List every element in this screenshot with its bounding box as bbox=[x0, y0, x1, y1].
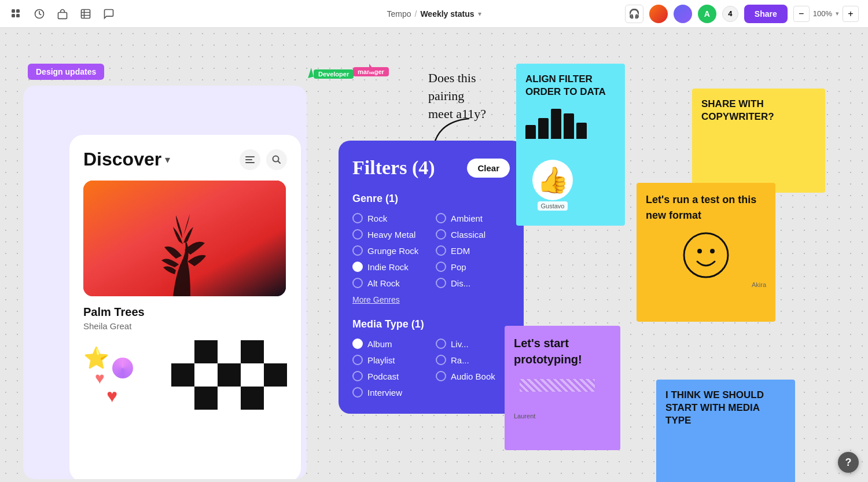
sticky-prototyping: Let's start prototyping! Laurent bbox=[505, 326, 620, 450]
sticky-share-text: SHARE WITH COPYWRITER? bbox=[701, 98, 816, 123]
cursor-arrow-manager bbox=[369, 64, 375, 72]
filter-radio-dis[interactable] bbox=[436, 278, 446, 288]
chevron-down-icon[interactable]: ▾ bbox=[478, 10, 481, 18]
cursor-manager: manager bbox=[353, 67, 389, 76]
filter-radio-classical[interactable] bbox=[436, 229, 446, 240]
svg-rect-6 bbox=[82, 9, 90, 18]
zoom-dropdown-icon[interactable]: ▾ bbox=[836, 10, 839, 17]
filter-radio-audiobook[interactable] bbox=[436, 371, 446, 381]
zoom-level-display[interactable]: 100% bbox=[813, 9, 832, 18]
bar-4 bbox=[564, 113, 574, 139]
headphones-icon[interactable]: 🎧 bbox=[625, 5, 643, 23]
filter-grunge-rock[interactable]: Grunge Rock bbox=[352, 245, 426, 256]
media-type-grid: Album Liv... Playlist Ra... Podcast Audi… bbox=[352, 338, 510, 398]
filter-radio-interview[interactable] bbox=[352, 387, 363, 398]
cursor-tag-manager: manager bbox=[353, 67, 389, 76]
filter-radio-podcast[interactable] bbox=[352, 371, 363, 381]
filter-radio-pop[interactable] bbox=[436, 262, 446, 272]
heart-sticker-1: ♥ bbox=[95, 369, 105, 388]
filter-heavy-metal[interactable]: Heavy Metal bbox=[352, 229, 426, 240]
filter-radio-indie-rock[interactable] bbox=[352, 262, 363, 272]
filter-radio-playlist[interactable] bbox=[352, 355, 363, 365]
menu-icon-button[interactable] bbox=[240, 149, 260, 170]
filter-radio-ambient[interactable] bbox=[436, 213, 446, 223]
filter-radio-heavy-metal[interactable] bbox=[352, 229, 363, 240]
svg-rect-2 bbox=[12, 14, 15, 17]
track-title: Palm Trees bbox=[83, 306, 287, 319]
avatar-user2[interactable] bbox=[674, 5, 692, 23]
page-title[interactable]: Weekly status bbox=[420, 9, 474, 19]
filter-edm[interactable]: EDM bbox=[436, 245, 510, 256]
avatar-user1[interactable] bbox=[649, 5, 668, 23]
filter-radio-rock[interactable] bbox=[352, 213, 363, 223]
filter-radio-live[interactable] bbox=[436, 338, 446, 349]
help-button[interactable]: ? bbox=[838, 452, 859, 473]
media-section-title: Media Type (1) bbox=[352, 318, 510, 330]
bar-3 bbox=[551, 109, 561, 139]
filter-dis[interactable]: Dis... bbox=[436, 278, 510, 288]
filter-rock[interactable]: Rock bbox=[352, 213, 426, 223]
bar-2 bbox=[538, 118, 549, 139]
cursor-arrow-developer bbox=[306, 68, 314, 78]
design-updates-label[interactable]: Design updates bbox=[28, 64, 104, 80]
bar-5 bbox=[576, 123, 587, 139]
filter-ra[interactable]: Ra... bbox=[436, 355, 510, 365]
svg-rect-0 bbox=[12, 9, 15, 13]
filter-radio-edm[interactable] bbox=[436, 245, 446, 256]
topbar-right: 🎧 A 4 Share − 100% ▾ + bbox=[625, 5, 859, 23]
avatar-current-user[interactable]: A bbox=[698, 5, 716, 23]
filter-podcast[interactable]: Podcast bbox=[352, 371, 426, 381]
track-artist: Sheila Great bbox=[83, 321, 287, 331]
filter-ambient[interactable]: Ambient bbox=[436, 213, 510, 223]
filter-classical[interactable]: Classical bbox=[436, 229, 510, 240]
breadcrumb-separator: / bbox=[415, 9, 417, 19]
filter-live[interactable]: Liv... bbox=[436, 338, 510, 349]
music-app-inner: Discover ▾ bbox=[69, 135, 301, 479]
genre-filter-grid: Rock Ambient Heavy Metal Classical Grung… bbox=[352, 213, 510, 288]
donut-sticker bbox=[112, 358, 133, 378]
discover-chevron-icon[interactable]: ▾ bbox=[165, 153, 170, 166]
sticky-share-copywriter: SHARE WITH COPYWRITER? bbox=[692, 89, 825, 193]
thumbs-up-bubble: 👍 bbox=[532, 160, 573, 200]
table-icon[interactable] bbox=[79, 7, 93, 21]
filter-radio-album[interactable] bbox=[352, 338, 363, 349]
timer-icon[interactable] bbox=[32, 7, 46, 21]
filter-alt-rock[interactable]: Alt Rock bbox=[352, 278, 426, 288]
sticky-test-format: Let's run a test on this new format Akir… bbox=[637, 183, 775, 322]
star-sticker: ⭐ bbox=[83, 346, 109, 370]
filter-indie-rock[interactable]: Indie Rock bbox=[352, 262, 426, 272]
svg-rect-5 bbox=[58, 12, 67, 19]
filter-radio-alt-rock[interactable] bbox=[352, 278, 363, 288]
share-button[interactable]: Share bbox=[744, 5, 788, 23]
notification-badge[interactable]: 4 bbox=[722, 6, 738, 22]
chat-icon[interactable] bbox=[102, 7, 116, 21]
more-genres-link[interactable]: More Genres bbox=[352, 295, 510, 304]
zoom-in-button[interactable]: + bbox=[843, 6, 859, 22]
proto-author-name: Laurent bbox=[514, 413, 611, 420]
album-art-svg bbox=[83, 181, 286, 296]
cursor-developer: Developer bbox=[307, 68, 354, 79]
project-name: Tempo bbox=[387, 9, 411, 19]
filter-interview[interactable]: Interview bbox=[352, 387, 426, 398]
canvas: Design updates Developer manager Produce… bbox=[0, 28, 868, 482]
smiley-container: Akira bbox=[646, 229, 766, 288]
filter-audiobook[interactable]: Audio Book bbox=[436, 371, 510, 381]
washi-tape bbox=[520, 379, 595, 392]
bag-icon[interactable] bbox=[56, 7, 69, 21]
discover-title: Discover bbox=[83, 149, 161, 170]
search-icon-button[interactable] bbox=[266, 149, 287, 170]
filters-title: Filters (4) bbox=[352, 157, 435, 179]
sticky-align-filter-text: ALIGN FILTER ORDER TO DATA bbox=[525, 73, 616, 98]
thumbs-up-emoji: 👍 bbox=[537, 165, 569, 195]
clear-filters-button[interactable]: Clear bbox=[467, 159, 510, 178]
filter-pop[interactable]: Pop bbox=[436, 262, 510, 272]
zoom-out-button[interactable]: − bbox=[793, 6, 810, 22]
filter-album[interactable]: Album bbox=[352, 338, 426, 349]
checkerboard-pattern bbox=[171, 340, 287, 410]
svg-rect-3 bbox=[16, 14, 20, 17]
filter-radio-ra[interactable] bbox=[436, 355, 446, 365]
sticky-proto-text: Let's start prototyping! bbox=[514, 335, 611, 367]
filter-radio-grunge-rock[interactable] bbox=[352, 245, 363, 256]
filter-playlist[interactable]: Playlist bbox=[352, 355, 426, 365]
apps-icon[interactable] bbox=[9, 7, 23, 21]
